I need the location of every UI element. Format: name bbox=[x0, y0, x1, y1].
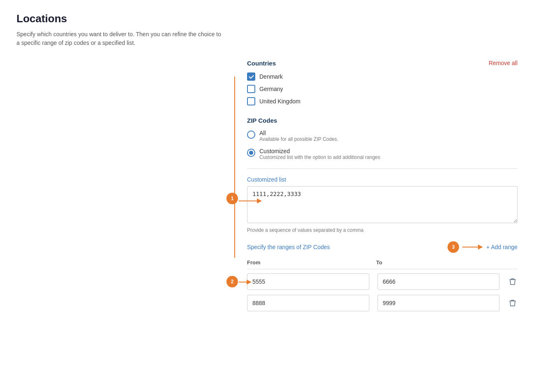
zip-all-label: All Available for all possible ZIP Codes… bbox=[259, 130, 338, 142]
zip-codes-title: ZIP Codes bbox=[247, 117, 518, 124]
countries-title: Countries bbox=[247, 60, 518, 67]
annotation-2-badge: 2 bbox=[226, 276, 238, 287]
annotation-vertical-line bbox=[233, 77, 237, 262]
add-range-button[interactable]: + Add range bbox=[486, 244, 518, 250]
from-to-header: From To bbox=[247, 259, 518, 269]
specify-range-label: Specify the ranges of ZIP Codes bbox=[247, 244, 330, 250]
annotation-1-arrow bbox=[239, 197, 264, 205]
to-header: To bbox=[376, 259, 497, 266]
annotation-2-arrow bbox=[239, 280, 251, 288]
trash-icon bbox=[509, 299, 516, 307]
range-2-to-input[interactable] bbox=[378, 295, 500, 311]
annotation-1-badge: 1 bbox=[226, 193, 238, 204]
germany-checkbox[interactable] bbox=[247, 85, 255, 93]
list-item: United Kingdom bbox=[247, 97, 518, 105]
specify-range-row: Specify the ranges of ZIP Codes 3 bbox=[247, 241, 518, 253]
page-title: Locations bbox=[16, 12, 518, 25]
list-item: Germany bbox=[247, 85, 518, 93]
denmark-label: Denmark bbox=[259, 73, 283, 80]
country-list: Denmark Germany United Kingdom bbox=[247, 72, 518, 105]
zip-customized-radio[interactable] bbox=[247, 149, 255, 157]
trash-icon bbox=[509, 278, 516, 285]
annotation-3-arrow bbox=[462, 243, 483, 251]
range-row: 2 bbox=[247, 273, 518, 290]
range-row bbox=[247, 295, 518, 311]
main-layout: Remove all Countries Denmark Germany bbox=[16, 60, 518, 316]
zip-codes-section: ZIP Codes All Available for all possible… bbox=[247, 117, 518, 160]
zip-customized-label: Customized Customized list with the opti… bbox=[259, 148, 380, 160]
list-item: Denmark bbox=[247, 72, 518, 81]
page-container: Locations Specify which countries you wa… bbox=[16, 12, 518, 316]
uk-label: United Kingdom bbox=[259, 98, 301, 105]
range-2-delete-button[interactable] bbox=[508, 298, 518, 308]
remove-all-button[interactable]: Remove all bbox=[489, 60, 518, 66]
customized-list-label: Customized list bbox=[247, 176, 518, 183]
page-subtitle: Specify which countries you want to deli… bbox=[16, 30, 222, 47]
denmark-checkbox[interactable] bbox=[247, 72, 255, 81]
left-column bbox=[16, 60, 222, 316]
range-1-from-input[interactable] bbox=[247, 273, 369, 290]
section-divider bbox=[247, 168, 518, 169]
from-header: From bbox=[247, 259, 368, 266]
add-range-row: 3 + Add range bbox=[448, 241, 518, 253]
range-1-to-input[interactable] bbox=[378, 273, 500, 290]
ranges-section: Specify the ranges of ZIP Codes 3 bbox=[247, 241, 518, 311]
customized-list-hint: Provide a sequence of values separated b… bbox=[247, 227, 518, 233]
countries-section: Countries Denmark Germany Un bbox=[247, 60, 518, 105]
customized-list-textarea[interactable]: 1111,2222,3333 bbox=[247, 186, 518, 223]
zip-all-radio[interactable] bbox=[247, 131, 255, 139]
germany-label: Germany bbox=[259, 86, 283, 92]
range-1-delete-button[interactable] bbox=[508, 276, 518, 287]
annotation-3-badge: 3 bbox=[448, 241, 459, 253]
customized-list-section: Customized list 1 1111,2222,3333 Provide… bbox=[247, 176, 518, 233]
range-2-from-input[interactable] bbox=[247, 295, 369, 311]
zip-all-option[interactable]: All Available for all possible ZIP Codes… bbox=[247, 130, 518, 142]
uk-checkbox[interactable] bbox=[247, 97, 255, 105]
right-column: Remove all Countries Denmark Germany bbox=[247, 60, 518, 316]
zip-customized-option[interactable]: Customized Customized list with the opti… bbox=[247, 148, 518, 160]
zip-radio-group: All Available for all possible ZIP Codes… bbox=[247, 130, 518, 160]
